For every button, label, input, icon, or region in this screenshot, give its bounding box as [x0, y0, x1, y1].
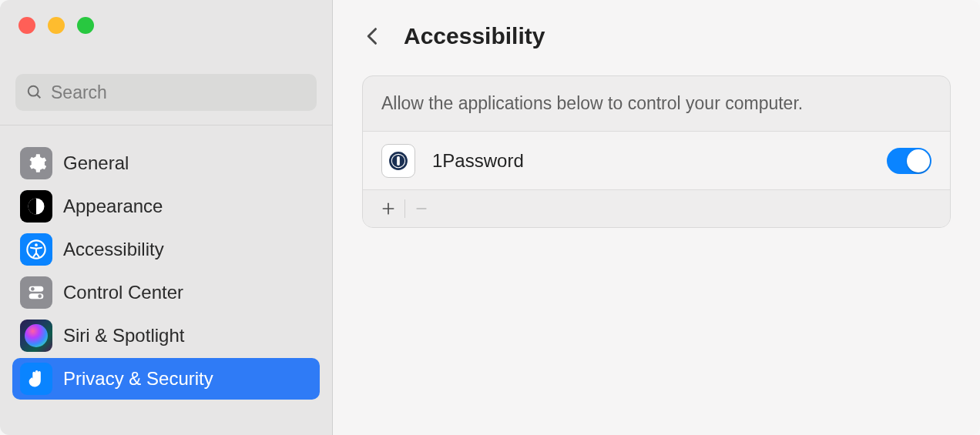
panel-footer	[363, 190, 950, 227]
main-header: Accessibility	[362, 23, 951, 49]
svg-point-8	[38, 294, 42, 298]
search-field[interactable]	[15, 74, 317, 111]
sidebar-item-label: Privacy & Security	[63, 368, 213, 390]
svg-rect-12	[397, 156, 400, 166]
main-content: Accessibility Allow the applications bel…	[333, 0, 980, 435]
sidebar-item-appearance[interactable]: Appearance	[12, 186, 320, 227]
sidebar-item-accessibility[interactable]: Accessibility	[12, 229, 320, 270]
sidebar-item-privacy-security[interactable]: Privacy & Security	[12, 358, 320, 400]
svg-point-7	[31, 287, 35, 291]
toggle-knob	[907, 149, 930, 172]
sidebar-item-siri-spotlight[interactable]: Siri & Spotlight	[12, 315, 320, 356]
svg-point-0	[29, 86, 39, 96]
accessibility-icon	[20, 233, 52, 266]
sidebar-item-label: Appearance	[63, 196, 163, 217]
sidebar-item-control-center[interactable]: Control Center	[12, 272, 320, 313]
appearance-icon	[20, 190, 52, 223]
window-controls	[0, 0, 332, 48]
1password-app-icon	[381, 144, 415, 178]
sidebar-item-label: General	[63, 152, 129, 174]
zoom-window-button[interactable]	[77, 17, 94, 34]
sidebar-item-label: Control Center	[63, 282, 183, 303]
sidebar-nav: General Appearance Accessibility Control…	[0, 125, 332, 400]
app-name: 1Password	[432, 150, 887, 172]
page-title: Accessibility	[404, 23, 545, 49]
panel-description: Allow the applications below to control …	[363, 76, 950, 132]
remove-app-button[interactable]	[408, 196, 435, 222]
svg-point-4	[35, 243, 38, 246]
svg-line-1	[37, 95, 41, 99]
sidebar-item-label: Accessibility	[63, 239, 164, 260]
search-icon	[26, 84, 43, 101]
accessibility-apps-panel: Allow the applications below to control …	[362, 75, 951, 228]
hand-icon	[20, 363, 52, 395]
minimize-window-button[interactable]	[48, 17, 65, 34]
app-row[interactable]: 1Password	[363, 132, 950, 190]
siri-icon	[20, 320, 52, 352]
close-window-button[interactable]	[18, 17, 35, 34]
back-button[interactable]	[362, 25, 384, 47]
sidebar-item-general[interactable]: General	[12, 142, 320, 184]
footer-divider	[404, 199, 405, 218]
add-app-button[interactable]	[375, 196, 401, 222]
control-center-icon	[20, 276, 52, 309]
search-input[interactable]	[51, 82, 306, 103]
gear-icon	[20, 147, 52, 179]
sidebar: General Appearance Accessibility Control…	[0, 0, 333, 435]
sidebar-item-label: Siri & Spotlight	[63, 325, 184, 346]
app-toggle[interactable]	[887, 148, 931, 174]
